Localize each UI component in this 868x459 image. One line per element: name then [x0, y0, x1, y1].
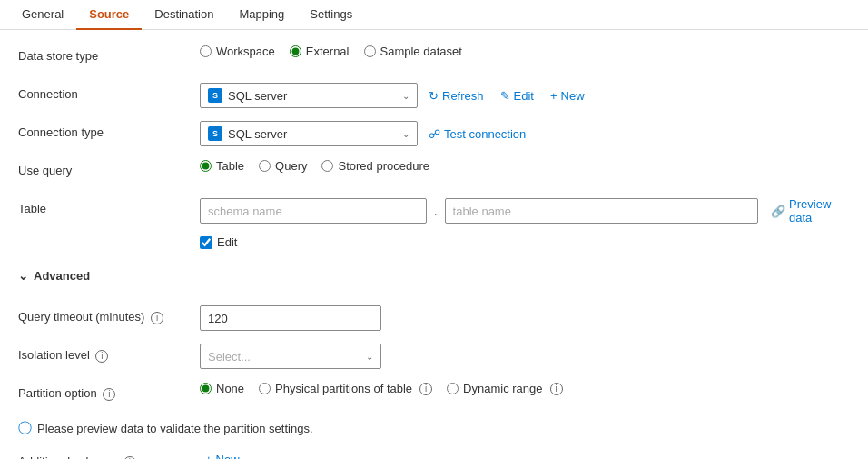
advanced-toggle[interactable]: ⌄ Advanced — [18, 262, 850, 290]
radio-table-input[interactable] — [200, 160, 212, 172]
connection-type-label: Connection type — [18, 121, 200, 139]
connection-label: Connection — [18, 83, 200, 101]
test-connection-label: Test connection — [444, 127, 526, 141]
edit-icon: ✎ — [500, 89, 510, 103]
additional-columns-info-icon[interactable]: i — [123, 456, 136, 459]
table-row: Table . 🔗 Preview data Edit — [18, 197, 850, 249]
new-label: New — [561, 89, 585, 103]
radio-table[interactable]: Table — [200, 159, 244, 173]
data-store-type-row: Data store type Workspace External Sampl… — [18, 45, 850, 70]
isolation-level-info-icon[interactable]: i — [95, 350, 108, 363]
radio-dynamic-input[interactable] — [447, 383, 459, 394]
isolation-level-dropdown-inner: Select... — [208, 350, 366, 364]
edit-checkbox-label: Edit — [217, 235, 237, 249]
query-timeout-row: Query timeout (minutes) i — [18, 305, 850, 331]
query-timeout-label: Query timeout (minutes) i — [18, 305, 200, 324]
test-connection-icon: ☍ — [429, 127, 440, 141]
radio-table-label: Table — [216, 159, 244, 173]
preview-label: Preview data — [789, 197, 853, 225]
test-connection-button[interactable]: ☍ Test connection — [423, 125, 531, 144]
radio-query-label: Query — [275, 159, 307, 173]
add-column-button[interactable]: + New — [200, 450, 245, 459]
connection-type-sql-icon: S — [208, 126, 222, 141]
radio-external[interactable]: External — [290, 45, 350, 58]
radio-stored-procedure[interactable]: Stored procedure — [321, 159, 429, 173]
edit-checkbox-input[interactable] — [200, 236, 212, 249]
isolation-level-value: Select... — [208, 350, 251, 364]
partition-option-info-icon[interactable]: i — [103, 388, 115, 401]
isolation-level-dropdown[interactable]: Select... ⌄ — [200, 344, 381, 369]
data-store-type-label: Data store type — [18, 45, 200, 63]
dynamic-range-info-icon[interactable]: i — [550, 383, 563, 395]
additional-columns-row: Additional columns i + New — [18, 450, 850, 459]
table-inputs-row: . 🔗 Preview data — [200, 197, 853, 225]
connection-dropdown[interactable]: S SQL server ⌄ — [200, 83, 418, 108]
radio-workspace-input[interactable] — [200, 45, 212, 57]
edit-button[interactable]: ✎ Edit — [495, 86, 539, 105]
partition-option-label: Partition option i — [18, 382, 200, 401]
radio-dynamic-range[interactable]: Dynamic range i — [447, 382, 562, 395]
connection-type-row: Connection type S SQL server ⌄ ☍ Test co… — [18, 121, 850, 146]
radio-sp-label: Stored procedure — [338, 159, 429, 173]
radio-query-input[interactable] — [259, 160, 271, 172]
query-timeout-input[interactable] — [200, 305, 381, 331]
table-name-input[interactable] — [445, 198, 758, 224]
preview-data-link[interactable]: 🔗 Preview data — [771, 197, 853, 225]
partition-option-text: Partition option — [18, 386, 97, 400]
additional-columns-text: Additional columns — [18, 454, 117, 459]
table-label: Table — [18, 197, 200, 215]
new-icon: + — [550, 89, 557, 103]
connection-dropdown-value: SQL server — [228, 89, 287, 103]
partition-info-message: ⓘ Please preview data to validate the pa… — [18, 420, 850, 437]
data-store-type-control: Workspace External Sample dataset — [200, 45, 850, 58]
radio-sample-label: Sample dataset — [380, 45, 462, 58]
physical-partition-info-icon[interactable]: i — [419, 383, 432, 395]
connection-type-value: SQL server — [228, 127, 287, 141]
advanced-label: Advanced — [34, 269, 90, 283]
info-message-text: Please preview data to validate the part… — [37, 422, 313, 435]
radio-query[interactable]: Query — [259, 159, 307, 173]
dot-separator: . — [432, 204, 439, 218]
isolation-level-control: Select... ⌄ — [200, 344, 850, 369]
refresh-button[interactable]: ↻ Refresh — [423, 86, 489, 105]
connection-row: Connection S SQL server ⌄ ↻ Refresh ✎ Ed… — [18, 83, 850, 108]
edit-checkbox[interactable]: Edit — [200, 235, 237, 249]
partition-option-row: Partition option i None Physical partiti… — [18, 382, 850, 407]
radio-workspace-label: Workspace — [216, 45, 275, 58]
chevron-down-icon: ⌄ — [18, 269, 28, 283]
connection-type-arrow: ⌄ — [402, 129, 409, 139]
connection-control: S SQL server ⌄ ↻ Refresh ✎ Edit + New — [200, 83, 850, 108]
sql-server-icon: S — [208, 88, 222, 103]
edit-label: Edit — [514, 89, 534, 103]
radio-external-input[interactable] — [290, 45, 301, 57]
connection-type-dropdown[interactable]: S SQL server ⌄ — [200, 121, 418, 146]
connection-type-dropdown-inner: S SQL server — [208, 126, 402, 141]
radio-none[interactable]: None — [200, 382, 244, 395]
tab-source[interactable]: Source — [76, 0, 142, 30]
isolation-level-arrow: ⌄ — [366, 352, 373, 362]
radio-none-input[interactable] — [200, 383, 212, 394]
table-control: . 🔗 Preview data Edit — [200, 197, 853, 249]
tab-mapping[interactable]: Mapping — [226, 0, 297, 30]
radio-physical-partitions[interactable]: Physical partitions of table i — [259, 382, 432, 395]
preview-icon: 🔗 — [771, 205, 785, 218]
query-timeout-control — [200, 305, 850, 331]
query-timeout-info-icon[interactable]: i — [151, 312, 163, 324]
connection-dropdown-arrow: ⌄ — [402, 91, 409, 101]
isolation-level-text: Isolation level — [18, 348, 90, 362]
radio-sp-input[interactable] — [321, 160, 333, 172]
refresh-label: Refresh — [442, 89, 484, 103]
radio-physical-input[interactable] — [259, 383, 271, 394]
refresh-icon: ↻ — [429, 89, 439, 103]
radio-sample-input[interactable] — [364, 45, 376, 57]
radio-workspace[interactable]: Workspace — [200, 45, 275, 58]
tab-settings[interactable]: Settings — [297, 0, 365, 30]
schema-name-input[interactable] — [200, 198, 427, 224]
info-circle-icon: ⓘ — [18, 420, 32, 437]
radio-sample-dataset[interactable]: Sample dataset — [364, 45, 462, 58]
tab-destination[interactable]: Destination — [142, 0, 226, 30]
new-button[interactable]: + New — [545, 86, 590, 105]
tab-general[interactable]: General — [9, 0, 76, 30]
isolation-level-label: Isolation level i — [18, 344, 200, 363]
radio-dynamic-label: Dynamic range — [463, 382, 542, 395]
